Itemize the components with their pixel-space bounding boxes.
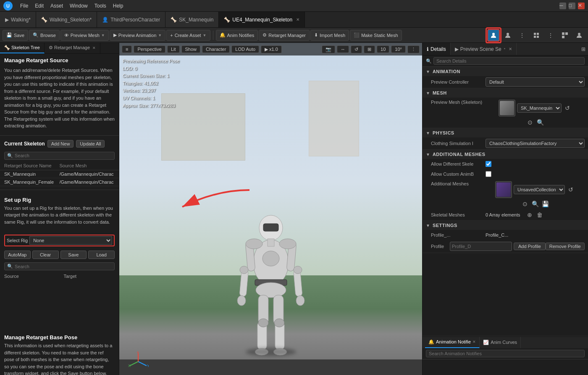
rig-search-input[interactable]	[15, 264, 112, 269]
preview-mesh-button[interactable]: 👁 Preview Mesh ▼	[60, 30, 109, 41]
table-row[interactable]: SK_Mannequin /Game/Mannequin/Charac	[0, 170, 119, 178]
skeleton-tree-tab[interactable]: 🦴 Skeleton Tree	[0, 43, 45, 53]
speed-button[interactable]: ▶ x1.0	[261, 45, 282, 53]
remove-profile-button[interactable]: Remove Profile	[546, 243, 585, 250]
col-retarget-source: Retarget Source Name	[4, 163, 60, 168]
save-rig-button[interactable]: Save	[60, 251, 87, 259]
additional-mesh-save-button[interactable]: 💾	[541, 200, 549, 208]
additional-meshes-header[interactable]: ▼ ADDITIONAL MESHES	[423, 150, 588, 159]
menu-asset[interactable]: Asset	[47, 3, 66, 9]
more-options-icon[interactable]: ⋮	[516, 29, 528, 42]
retarget-manage-icon: ⚙	[49, 45, 53, 50]
animation-section-header[interactable]: ▼ ANIMATION	[423, 67, 588, 76]
minimize-btn[interactable]: ─	[559, 3, 566, 9]
layout-icon[interactable]	[530, 29, 543, 42]
retarget-tab-close[interactable]: ✕	[92, 46, 96, 50]
tab-ue4-mannequin[interactable]: 🦴 UE4_Mannequin_Skeleton ✕	[219, 12, 305, 27]
import-mesh-button[interactable]: ⬇ Import Mesh	[310, 30, 349, 41]
anim-notifies-tab[interactable]: 🔔 Animation Notifie ✕	[425, 337, 480, 348]
details-tab[interactable]: ℹ Details	[423, 43, 451, 55]
tab-ue4-close[interactable]: ✕	[296, 17, 299, 22]
mesh-section-header[interactable]: ▼ MESH	[423, 88, 588, 98]
details-search-input[interactable]	[433, 57, 585, 65]
select-rig-dropdown[interactable]: None	[29, 236, 112, 245]
angle-btn[interactable]: 10°	[391, 45, 406, 53]
additional-meshes-dropdown[interactable]: UnsavedCollection	[514, 185, 565, 194]
show-button[interactable]: Show	[181, 45, 201, 53]
anim-curves-tab[interactable]: 📈 Anim Curves	[480, 337, 521, 348]
retarget-search-input[interactable]	[15, 153, 112, 158]
character-button[interactable]: Character	[202, 45, 230, 53]
add-new-button[interactable]: Add New	[47, 140, 74, 148]
preview-scene-close[interactable]: ✕	[509, 47, 512, 51]
person-icon-highlighted[interactable]	[487, 29, 500, 42]
settings-section-header[interactable]: ▼ SETTINGS	[423, 221, 588, 230]
more-vp-btn[interactable]: ⋮	[407, 45, 420, 53]
share-icon[interactable]	[559, 29, 571, 42]
svg-rect-3	[537, 33, 539, 35]
create-asset-button[interactable]: + Create Asset ▼	[166, 30, 210, 41]
person2-icon[interactable]	[573, 29, 585, 42]
details-icon-btn[interactable]: ⊞	[581, 46, 585, 52]
mesh-sync-button[interactable]: ⊙	[526, 118, 534, 127]
preview-animation-button[interactable]: ▶ Preview Animation ▼	[110, 30, 165, 41]
tab-third-person[interactable]: 👤 ThirdPersonCharacter	[97, 12, 165, 27]
retarget-manager-button[interactable]: ⚙ Retarget Manager	[259, 30, 310, 41]
additional-mesh-sync-button[interactable]: ⊙	[521, 200, 529, 208]
menu-edit[interactable]: Edit	[32, 3, 47, 9]
tab-walking-skeleton[interactable]: 🦴 Walking_Skeleton*	[36, 12, 97, 27]
tab-walking[interactable]: ▶ Walking*	[0, 12, 36, 27]
camera-icon-btn[interactable]: 📷	[322, 45, 335, 53]
profile-input[interactable]	[450, 242, 512, 251]
clothing-sim-dropdown[interactable]: ChaosClothingSimulationFactory	[486, 139, 585, 148]
allow-custom-animb-checkbox[interactable]	[486, 171, 491, 177]
close-btn[interactable]: ✕	[578, 3, 585, 9]
scale-icon-btn[interactable]: ⊞	[364, 45, 375, 53]
menu-file[interactable]: File	[17, 3, 32, 9]
anim-notifies-tab-close[interactable]: ✕	[472, 340, 476, 344]
make-static-mesh-button[interactable]: ⬛ Make Static Mesh	[350, 30, 402, 41]
mesh-dropdown[interactable]: SK_Mannequin	[517, 103, 562, 113]
additional-mesh-reset-button[interactable]: ↺	[567, 185, 575, 194]
anim-notifies-search-input[interactable]	[426, 350, 585, 357]
mesh-reset-button[interactable]: ↺	[563, 104, 572, 112]
lit-button[interactable]: Lit	[167, 45, 180, 53]
lod-button[interactable]: LOD Auto	[231, 45, 259, 53]
browse-button[interactable]: 🔍 Browse	[29, 30, 60, 41]
user-icon[interactable]	[501, 29, 514, 42]
mesh-find-button[interactable]: 🔍	[536, 118, 544, 127]
clear-button[interactable]: Clear	[32, 251, 59, 259]
rotate-icon-btn[interactable]: ↺	[351, 45, 362, 53]
preview-scene-tab[interactable]: ▶ Preview Scene Se * ✕	[451, 43, 517, 55]
table-row[interactable]: SK_Mannequin_Female /Game/Mannequin/Char…	[0, 178, 119, 186]
viewport-menu-btn[interactable]: ≡	[122, 45, 132, 53]
skeletal-meshes-add-button[interactable]: ⊕	[525, 211, 534, 219]
preview-controller-dropdown[interactable]: Default	[486, 77, 585, 87]
additional-mesh-find-button[interactable]: 🔍	[531, 200, 539, 208]
bottom-tabs: 🔔 Animation Notifie ✕ 📈 Anim Curves	[423, 336, 588, 348]
more-options-2-icon[interactable]: ⋮	[544, 29, 557, 42]
menu-help[interactable]: Help	[110, 3, 127, 9]
load-button[interactable]: Load	[88, 251, 115, 259]
menu-window[interactable]: Window	[66, 3, 91, 9]
physics-section-header[interactable]: ▼ PHYSICS	[423, 128, 588, 137]
uv-info: UV Channels: 1	[123, 95, 180, 102]
right-bottom-area: 🔔 Animation Notifie ✕ 📈 Anim Curves	[423, 336, 588, 375]
retarget-manage-tab[interactable]: ⚙ Retarget Manage ✕	[45, 43, 100, 53]
perspective-button[interactable]: Perspective	[134, 45, 165, 53]
allow-diff-skel-checkbox[interactable]	[486, 161, 491, 167]
save-button[interactable]: 💾 Save	[3, 30, 28, 41]
add-profile-button[interactable]: Add Profile	[514, 243, 546, 250]
physics-arrow-icon: ▼	[426, 131, 430, 135]
skeletal-meshes-delete-button[interactable]: 🗑	[536, 211, 544, 219]
robot-svg	[233, 198, 309, 357]
tab-ue4-mannequin-label: UE4_Mannequin_Skeleton	[232, 17, 292, 23]
update-all-button[interactable]: Update All	[76, 140, 105, 148]
anim-notifies-button[interactable]: 🔔 Anim Notifies	[216, 30, 258, 41]
move-icon-btn[interactable]: ↔	[337, 45, 349, 53]
maximize-btn[interactable]: □	[569, 3, 575, 9]
tab-sk-mannequin[interactable]: 🦴 SK_Mannequin	[165, 12, 219, 27]
grid-btn[interactable]: 10	[377, 45, 389, 53]
menu-tools[interactable]: Tools	[91, 3, 110, 9]
automap-button[interactable]: AutoMap	[4, 251, 31, 259]
